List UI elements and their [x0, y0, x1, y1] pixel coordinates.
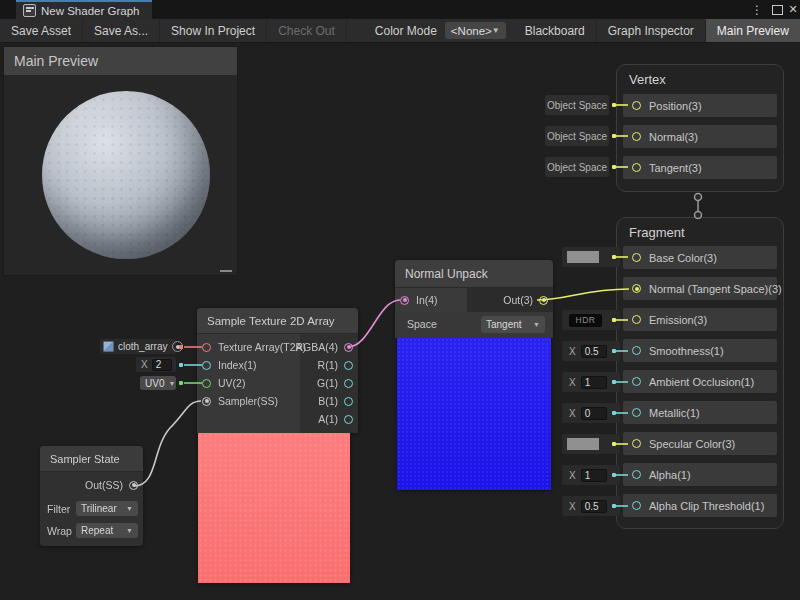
binding-chip-object-space[interactable]: Object Space: [545, 126, 609, 146]
fragment-slot-normal-tangent: Normal (Tangent Space)(3): [623, 277, 777, 300]
sample-texture-2d-array-node[interactable]: Sample Texture 2D Array Texture Array(T2…: [197, 308, 358, 583]
number-input[interactable]: 1: [581, 469, 607, 482]
position-port[interactable]: [632, 101, 641, 110]
alpha-port[interactable]: [632, 470, 641, 479]
input-sampler: Sampler(SS): [197, 393, 278, 409]
input-uv: UV(2): [197, 375, 245, 391]
port-dot: [612, 318, 616, 322]
port-dot: [612, 504, 616, 508]
rgba-port[interactable]: [344, 343, 353, 352]
node-title[interactable]: Normal Unpack: [395, 260, 553, 288]
chevron-down-icon: ▼: [126, 527, 133, 534]
shader-graph-window: New Shader Graph ⋮ ✕ Save Asset Save As.…: [0, 0, 800, 600]
number-input[interactable]: 0.5: [581, 345, 607, 358]
uv-channel-dropdown[interactable]: UV0▼: [140, 376, 176, 390]
cloth-texture-preview: [198, 433, 350, 583]
color-mode-dropdown[interactable]: <None> ▼: [445, 22, 506, 39]
smoothness-port[interactable]: [632, 346, 641, 355]
base-color-port[interactable]: [632, 253, 641, 262]
sampler-state-node[interactable]: Sampler State Out(SS) Filter Trilinear▼ …: [40, 446, 143, 546]
node-title[interactable]: Sample Texture 2D Array: [197, 308, 358, 334]
sampler-port[interactable]: [202, 397, 211, 406]
tangent-port[interactable]: [632, 163, 641, 172]
space-label: Space: [407, 318, 437, 330]
graph-inspector-toggle-button[interactable]: Graph Inspector: [597, 19, 706, 42]
wrap-label: Wrap: [47, 525, 72, 537]
port-dot: [612, 165, 616, 169]
save-asset-button[interactable]: Save Asset: [0, 19, 83, 42]
a-port[interactable]: [344, 415, 353, 424]
check-out-button: Check Out: [267, 19, 347, 42]
vertex-slot-tangent: Tangent(3): [623, 156, 777, 179]
metallic-port[interactable]: [632, 408, 641, 417]
in-port[interactable]: [400, 296, 409, 305]
tab-bar: New Shader Graph ⋮ ✕: [0, 0, 800, 19]
color-mode-value: <None>: [451, 25, 492, 37]
port-dot: [612, 134, 616, 138]
resize-handle[interactable]: [220, 270, 232, 272]
out-ss-port[interactable]: [129, 481, 138, 490]
port-dot: [612, 349, 616, 353]
close-icon[interactable]: ✕: [786, 0, 800, 19]
texture-array-object-field[interactable]: cloth_array: [100, 339, 176, 354]
specular-color-port[interactable]: [632, 439, 641, 448]
binding-chip-object-space[interactable]: Object Space: [545, 95, 609, 115]
wrap-dropdown[interactable]: Repeat▼: [76, 523, 138, 538]
out-port[interactable]: [539, 296, 548, 305]
port-dot: [179, 381, 183, 385]
fragment-slot-base-color: Base Color(3): [623, 246, 777, 269]
number-input[interactable]: 0: [581, 407, 607, 420]
main-preview-toggle-button[interactable]: Main Preview: [706, 19, 800, 42]
preview-sphere[interactable]: [42, 91, 210, 259]
color-swatch[interactable]: [567, 438, 599, 450]
space-dropdown[interactable]: Tangent▼: [481, 316, 545, 333]
chevron-down-icon: ▼: [492, 26, 500, 35]
more-options-icon[interactable]: ⋮: [750, 0, 764, 19]
number-input[interactable]: 1: [581, 376, 607, 389]
vertex-slot-position: Position(3): [623, 94, 777, 117]
output-b: B(1): [318, 393, 353, 409]
binding-chip-object-space[interactable]: Object Space: [545, 157, 609, 177]
uv-port[interactable]: [202, 379, 211, 388]
output-g: G(1): [317, 375, 353, 391]
texture-array-port[interactable]: [202, 343, 211, 352]
filter-label: Filter: [47, 503, 70, 515]
filter-dropdown[interactable]: Trilinear▼: [76, 501, 138, 516]
blackboard-toggle-button[interactable]: Blackboard: [514, 19, 597, 42]
main-preview-header[interactable]: Main Preview: [4, 47, 237, 75]
number-input[interactable]: 2: [152, 359, 172, 371]
graph-toolbar: Save Asset Save As... Show In Project Ch…: [0, 19, 800, 43]
fragment-slot-emission: Emission(3): [623, 308, 777, 331]
g-port[interactable]: [344, 379, 353, 388]
hdr-color-field[interactable]: HDR: [569, 314, 602, 327]
normal-unpack-node[interactable]: Normal Unpack In(4) Out(3) Space Tangent…: [395, 260, 553, 491]
index-value-field[interactable]: X 2: [136, 357, 176, 372]
node-title[interactable]: Sampler State: [40, 446, 143, 472]
shader-graph-icon: [23, 4, 36, 17]
show-in-project-button[interactable]: Show In Project: [160, 19, 267, 42]
color-swatch[interactable]: [567, 251, 599, 263]
fragment-context-node[interactable]: Fragment Base Color(3) Normal (Tangent S…: [616, 217, 784, 529]
output-r: R(1): [318, 357, 353, 373]
tab-new-shader-graph[interactable]: New Shader Graph: [16, 0, 152, 19]
r-port[interactable]: [344, 361, 353, 370]
maximize-icon[interactable]: [769, 0, 785, 19]
ambient-occlusion-port[interactable]: [632, 377, 641, 386]
edge-sampler-state[interactable]: [134, 401, 201, 486]
port-dot: [612, 473, 616, 477]
output-a: A(1): [318, 411, 353, 427]
fragment-slot-ambient-occlusion: Ambient Occlusion(1): [623, 370, 777, 393]
tab-title: New Shader Graph: [41, 5, 139, 17]
normal-tangent-port[interactable]: [632, 284, 641, 293]
alpha-clip-threshold-port[interactable]: [632, 501, 641, 510]
fragment-slot-smoothness: Smoothness(1): [623, 339, 777, 362]
output-out3: Out(3): [503, 292, 548, 308]
main-preview-title: Main Preview: [14, 53, 98, 69]
normal-port[interactable]: [632, 132, 641, 141]
number-input[interactable]: 0.5: [581, 500, 607, 513]
save-as-button[interactable]: Save As...: [83, 19, 160, 42]
index-port[interactable]: [202, 361, 211, 370]
emission-port[interactable]: [632, 315, 641, 324]
vertex-context-node[interactable]: Vertex Position(3) Normal(3) Tangent(3): [616, 64, 784, 192]
b-port[interactable]: [344, 397, 353, 406]
